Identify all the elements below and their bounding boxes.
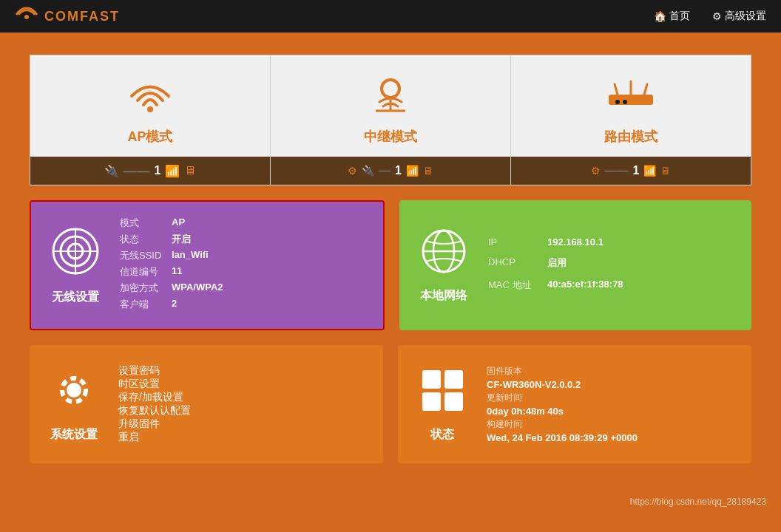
- feature-tiles-row2: 系统设置 设置密码 时区设置 保存/加载设置 恢复默认认配置 升级固件 重启: [30, 345, 751, 463]
- svg-rect-22: [444, 370, 463, 389]
- system-icon: [50, 366, 98, 421]
- mode-card-relay[interactable]: 中继模式 ⚙ 🔌 — 1 📶 🖥: [271, 55, 511, 185]
- footer: https://blog.csdn.net/qq_28189423: [0, 493, 781, 511]
- ap-diagram: 🔌 —— 1 📶 🖥: [30, 157, 270, 185]
- network-label: 本地网络: [420, 288, 467, 304]
- mode-card-router[interactable]: 路由模式 ⚙ —— 1 📶 🖥: [511, 55, 751, 185]
- system-menu-0: 设置密码: [118, 364, 368, 378]
- system-menu-2: 保存/加载设置: [118, 391, 368, 404]
- monitor-icon2: 🖥: [423, 165, 433, 177]
- relay-label: 中继模式: [364, 128, 417, 146]
- gear-icon: ⚙: [712, 10, 722, 22]
- svg-point-9: [615, 100, 620, 104]
- wireless-icon-wrap: 无线设置: [46, 225, 105, 305]
- tile-status[interactable]: 状态 固件版本 CF-WR360N-V2.0.0.2 更新时间 0day 0h:…: [398, 345, 751, 463]
- svg-point-2: [382, 80, 399, 98]
- logo: COMFAST: [15, 7, 120, 27]
- relay-icon: [365, 74, 416, 120]
- system-icon-wrap: 系统设置: [44, 366, 104, 443]
- svg-line-8: [644, 84, 647, 95]
- system-menu-5: 重启: [118, 431, 368, 444]
- system-menu-1: 时区设置: [118, 378, 368, 391]
- wireless-icon: [50, 225, 101, 284]
- ap-icon: [124, 74, 176, 120]
- svg-rect-24: [444, 392, 463, 411]
- router-label: 路由模式: [604, 128, 657, 146]
- relay-diagram: ⚙ 🔌 — 1 📶 🖥: [271, 157, 510, 185]
- monitor-icon3: 🖥: [660, 165, 671, 177]
- svg-point-10: [623, 100, 627, 104]
- logo-icon: [15, 7, 38, 27]
- monitor-icon: 🖥: [184, 164, 196, 177]
- wifi-icon: 📶: [165, 164, 180, 178]
- network-icon: [420, 228, 468, 282]
- status-icon-wrap: 状态: [413, 366, 472, 443]
- wireless-info: 模式 AP 状态 开启 无线SSID Ian_Wifi 信道编号 11 加密方式: [120, 216, 368, 314]
- mode-card-relay-top: 中继模式: [271, 55, 510, 157]
- wifi-icon3: 📶: [643, 165, 656, 177]
- mode-card-router-top: 路由模式: [511, 55, 751, 157]
- system-menu-4: 升级固件: [118, 417, 368, 431]
- svg-point-1: [147, 106, 153, 112]
- home-icon: 🏠: [654, 10, 666, 22]
- status-info: 固件版本 CF-WR360N-V2.0.0.2 更新时间 0day 0h:48m…: [487, 365, 737, 443]
- mode-card-ap[interactable]: AP模式 🔌 —— 1 📶 🖥: [30, 55, 271, 185]
- main-content: AP模式 🔌 —— 1 📶 🖥: [0, 33, 781, 493]
- system-info: 设置密码 时区设置 保存/加载设置 恢复默认认配置 升级固件 重启: [118, 364, 368, 444]
- tile-wireless[interactable]: 无线设置 模式 AP 状态 开启 无线SSID Ian_Wifi 信道编号 11: [30, 200, 385, 330]
- tile-system[interactable]: 系统设置 设置密码 时区设置 保存/加载设置 恢复默认认配置 升级固件 重启: [30, 345, 383, 463]
- tile-network[interactable]: 本地网络 IP 192.168.10.1 DHCP 启用 MAC 地址 40:a…: [399, 200, 751, 330]
- nav-home[interactable]: 🏠 首页: [654, 10, 690, 23]
- svg-rect-23: [422, 392, 441, 411]
- svg-rect-5: [609, 95, 653, 105]
- system-menu-3: 恢复默认认配置: [118, 404, 368, 417]
- svg-point-19: [67, 383, 81, 398]
- plug-icon2: 🔌: [362, 165, 374, 177]
- gear-icon3: ⚙: [591, 165, 601, 177]
- gear-icon2: ⚙: [348, 165, 357, 177]
- header: COMFAST 🏠 首页 ⚙ 高级设置: [0, 0, 781, 33]
- status-label: 状态: [430, 427, 454, 443]
- wifi-icon2: 📶: [406, 165, 419, 177]
- ap-label: AP模式: [127, 128, 172, 146]
- router-diagram: ⚙ —— 1 📶 🖥: [511, 157, 751, 185]
- nav-advanced[interactable]: ⚙ 高级设置: [712, 10, 766, 23]
- status-icon: [419, 366, 467, 421]
- svg-point-0: [24, 15, 29, 19]
- plug-icon: 🔌: [104, 164, 119, 178]
- footer-url: https://blog.csdn.net/qq_28189423: [630, 497, 766, 507]
- feature-tiles-row1: 无线设置 模式 AP 状态 开启 无线SSID Ian_Wifi 信道编号 11: [30, 200, 751, 330]
- header-nav: 🏠 首页 ⚙ 高级设置: [654, 10, 766, 23]
- svg-rect-21: [422, 370, 441, 389]
- network-icon-wrap: 本地网络: [414, 228, 473, 304]
- logo-text: COMFAST: [44, 9, 120, 24]
- svg-line-6: [615, 84, 618, 95]
- wireless-label: 无线设置: [52, 290, 99, 305]
- mode-cards: AP模式 🔌 —— 1 📶 🖥: [30, 55, 751, 185]
- mode-card-ap-top: AP模式: [30, 55, 270, 157]
- system-label: 系统设置: [50, 427, 98, 443]
- router-icon: [601, 74, 660, 120]
- network-info: IP 192.168.10.1 DHCP 启用 MAC 地址 40:a5:ef:…: [488, 236, 737, 295]
